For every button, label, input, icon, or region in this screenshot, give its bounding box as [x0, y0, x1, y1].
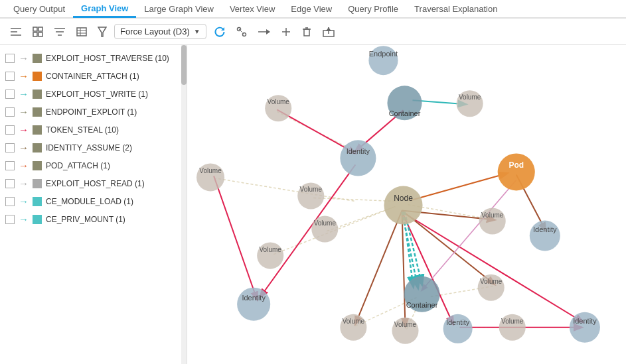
legend-arrow-exploit-host-write: → — [19, 88, 29, 99]
legend-label-token-steal: TOKEN_STEAL (10) — [46, 125, 119, 135]
layout-label: Force Layout (D3) — [120, 27, 190, 36]
svg-line-30 — [313, 198, 395, 201]
legend-checkbox-token-steal[interactable] — [5, 125, 15, 135]
legend-label-ce-module-load: CE_MODULE_LOAD (1) — [46, 197, 133, 206]
main-content: → EXPLOIT_HOST_TRAVERSE (10) → CONTAINER… — [0, 45, 626, 364]
legend-label-identity-assume: IDENTITY_ASSUME (2) — [46, 143, 132, 152]
funnel-button[interactable] — [94, 25, 110, 39]
tab-traversal-explanation[interactable]: Traversal Explanation — [406, 1, 505, 17]
svg-text:Identity: Identity — [446, 318, 470, 326]
svg-text:Volume: Volume — [300, 186, 323, 193]
legend-label-ce-priv-mount: CE_PRIV_MOUNT (1) — [46, 215, 125, 224]
graph-area[interactable]: Endpoint Container Volume Volume Identit… — [187, 45, 626, 364]
scrollbar-vertical[interactable] — [181, 45, 187, 364]
legend-item-identity-assume[interactable]: → IDENTITY_ASSUME (2) — [0, 139, 187, 156]
legend-item-ce-priv-mount[interactable]: → CE_PRIV_MOUNT (1) — [0, 210, 187, 228]
layout-dropdown[interactable]: Force Layout (D3) ▼ — [114, 24, 206, 39]
legend-checkbox-endpoint-exploit[interactable] — [5, 107, 15, 117]
legend-checkbox-exploit-host-write[interactable] — [5, 90, 15, 99]
legend-label-pod-attach: POD_ATTACH (1) — [46, 161, 110, 170]
legend-arrow-identity-assume: → — [19, 142, 29, 153]
legend-item-exploit-host-traverse[interactable]: → EXPLOIT_HOST_TRAVERSE (10) — [0, 49, 187, 67]
legend-label-exploit-host-write: EXPLOIT_HOST_WRITE (1) — [46, 90, 148, 99]
svg-line-17 — [239, 29, 244, 34]
legend-item-pod-attach[interactable]: → POD_ATTACH (1) — [0, 156, 187, 174]
svg-rect-22 — [304, 29, 309, 36]
legend-arrow-exploit-host-read: → — [19, 178, 29, 189]
svg-line-29 — [214, 178, 355, 201]
svg-point-70 — [384, 186, 422, 224]
legend-arrow-exploit-host-traverse: → — [19, 52, 29, 64]
svg-text:Identity: Identity — [573, 317, 597, 325]
legend-item-container-attach[interactable]: → CONTAINER_ATTACH (1) — [0, 67, 187, 85]
svg-marker-19 — [266, 29, 270, 34]
legend-arrow-endpoint-exploit: → — [19, 106, 29, 117]
svg-text:Volume: Volume — [199, 167, 222, 174]
delete-button[interactable] — [298, 25, 315, 39]
legend-color-pod-attach — [33, 161, 42, 170]
svg-text:Container: Container — [406, 301, 438, 309]
svg-text:Identity: Identity — [242, 294, 266, 302]
legend-label-exploit-host-traverse: EXPLOIT_HOST_TRAVERSE (10) — [46, 54, 169, 63]
tab-query-output[interactable]: Query Output — [5, 1, 73, 17]
svg-text:Volume: Volume — [343, 318, 365, 325]
legend-color-endpoint-exploit — [33, 107, 42, 117]
tab-large-graph-view[interactable]: Large Graph View — [136, 1, 222, 17]
svg-line-47 — [355, 211, 402, 324]
tab-query-profile[interactable]: Query Profile — [340, 1, 406, 17]
legend-color-container-attach — [33, 72, 42, 81]
svg-text:Node: Node — [394, 194, 413, 203]
legend-item-ce-module-load[interactable]: → CE_MODULE_LOAD (1) — [0, 192, 187, 210]
refresh-button[interactable] — [210, 24, 229, 40]
legend-arrow-ce-priv-mount: → — [19, 213, 29, 225]
legend-color-exploit-host-write — [33, 90, 42, 99]
legend-item-exploit-host-read[interactable]: → EXPLOIT_HOST_READ (1) — [0, 174, 187, 192]
svg-point-78 — [237, 288, 270, 321]
plus-button[interactable] — [278, 25, 294, 38]
arrow-button[interactable] — [254, 26, 274, 38]
legend-color-token-steal — [33, 125, 42, 135]
table-button[interactable] — [73, 25, 90, 38]
legend-arrow-ce-module-load: → — [19, 196, 29, 207]
grid-button[interactable] — [29, 25, 46, 39]
svg-text:Volume: Volume — [314, 219, 337, 227]
legend-checkbox-exploit-host-traverse[interactable] — [5, 54, 15, 63]
legend-checkbox-ce-module-load[interactable] — [5, 197, 15, 206]
svg-text:Volume: Volume — [459, 93, 481, 101]
legend-color-identity-assume — [33, 143, 42, 152]
svg-text:Container: Container — [389, 109, 421, 117]
split-button[interactable] — [233, 25, 250, 39]
svg-rect-5 — [33, 32, 37, 36]
legend-item-token-steal[interactable]: → TOKEN_STEAL (10) — [0, 121, 187, 139]
tab-edge-view[interactable]: Edge View — [283, 1, 340, 17]
legend-arrow-token-steal: → — [19, 124, 29, 135]
svg-marker-14 — [98, 27, 106, 36]
legend-checkbox-pod-attach[interactable] — [5, 161, 15, 170]
align-left-button[interactable] — [7, 25, 25, 38]
chevron-down-icon: ▼ — [194, 28, 200, 35]
legend-checkbox-ce-priv-mount[interactable] — [5, 215, 15, 224]
legend-color-ce-priv-mount — [33, 215, 42, 224]
svg-text:Volume: Volume — [481, 212, 504, 219]
svg-text:Volume: Volume — [480, 278, 503, 285]
legend-item-exploit-host-write[interactable]: → EXPLOIT_HOST_WRITE (1) — [0, 85, 187, 103]
svg-text:Identity: Identity — [347, 147, 370, 155]
legend-item-endpoint-exploit[interactable]: → ENDPOINT_EXPLOIT (1) — [0, 103, 187, 121]
legend-label-endpoint-exploit: ENDPOINT_EXPLOIT (1) — [46, 107, 137, 117]
svg-rect-3 — [33, 27, 37, 31]
svg-rect-10 — [77, 28, 86, 36]
legend-checkbox-container-attach[interactable] — [5, 72, 15, 81]
filter-lines-button[interactable] — [50, 25, 69, 38]
legend-arrow-container-attach: → — [19, 70, 29, 82]
legend-checkbox-identity-assume[interactable] — [5, 143, 15, 152]
export-button[interactable] — [319, 25, 338, 39]
legend-checkbox-exploit-host-read[interactable] — [5, 179, 15, 188]
tab-vertex-view[interactable]: Vertex View — [222, 1, 283, 17]
tab-bar: Query Output Graph View Large Graph View… — [0, 0, 626, 19]
tab-graph-view[interactable]: Graph View — [73, 1, 136, 18]
svg-point-72 — [498, 153, 535, 190]
svg-text:Volume: Volume — [501, 318, 524, 325]
legend-label-exploit-host-read: EXPLOIT_HOST_READ (1) — [46, 179, 145, 188]
svg-line-39 — [214, 176, 257, 299]
scrollbar-thumb[interactable] — [181, 45, 187, 85]
